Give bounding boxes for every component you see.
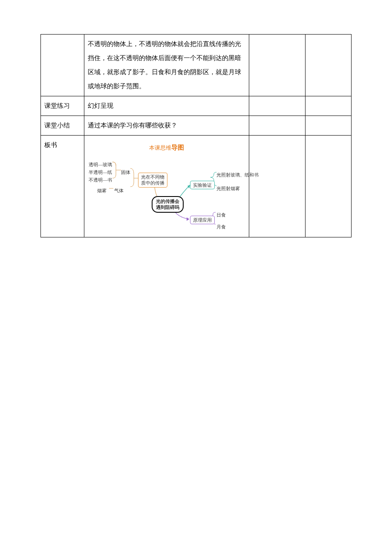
row-label: 板书 (44, 142, 57, 148)
right-top-box: 实验验证 (190, 181, 215, 189)
row-label-cell: 课堂练习 (41, 96, 84, 116)
right-bottom-item: 月食 (216, 222, 226, 232)
left-item-smoke: 烟雾 (97, 185, 107, 196)
right-top-item: 光照射玻璃、纸和书 (216, 170, 259, 180)
right-top-item: 光照射烟雾 (216, 183, 240, 194)
table-row: 板书 本课思维导图 (41, 136, 352, 237)
row-content-cell: 通过本课的学习你有哪些收获？ (84, 116, 249, 136)
empty-cell (249, 136, 306, 237)
table-row: 课堂小结 通过本课的学习你有哪些收获？ (41, 116, 352, 136)
empty-cell (306, 136, 352, 237)
mindmap-diagram: 本课思维导图 (88, 141, 245, 234)
row-content-cell: 幻灯呈现 (84, 96, 249, 116)
center-text: 光的传播会遇到阻碍吗 (156, 199, 179, 210)
left-group-gas: 气体 (114, 185, 124, 196)
row-label: 课堂练习 (44, 102, 70, 109)
table-row: 课堂练习 幻灯呈现 (41, 96, 352, 116)
row-content-cell: 不透明的物体上，不透明的物体就会把沿直线传播的光挡住，在这不透明的物体后面便有一… (84, 35, 249, 96)
document-page: 不透明的物体上，不透明的物体就会把沿直线传播的光挡住，在这不透明的物体后面便有一… (0, 0, 392, 254)
row-content: 不透明的物体上，不透明的物体就会把沿直线传播的光挡住，在这不透明的物体后面便有一… (88, 40, 241, 90)
empty-cell (306, 96, 352, 116)
mindmap-title: 本课思维导图 (88, 141, 245, 155)
empty-cell (249, 35, 306, 96)
right-bottom-item: 日食 (216, 210, 226, 220)
row-label: 课堂小结 (44, 122, 70, 129)
row-content: 通过本课的学习你有哪些收获？ (88, 122, 177, 129)
row-label-cell: 板书 (41, 136, 84, 237)
row-label-cell: 课堂小结 (41, 116, 84, 136)
title-prefix: 本课思维 (149, 145, 171, 151)
table-row: 不透明的物体上，不透明的物体就会把沿直线传播的光挡住，在这不透明的物体后面便有一… (41, 35, 352, 96)
center-node: 光的传播会遇到阻碍吗 (152, 196, 184, 213)
empty-cell (249, 116, 306, 136)
left-box-text: 光在不同物质中的传播 (141, 174, 164, 185)
left-group-solid: 固体 (121, 167, 130, 177)
empty-cell (306, 35, 352, 96)
empty-cell (306, 116, 352, 136)
mindmap-cell: 本课思维导图 (84, 136, 249, 237)
left-item: 不透明—书 (89, 175, 112, 185)
svg-marker-4 (187, 217, 189, 221)
row-content: 幻灯呈现 (88, 102, 113, 109)
empty-cell (249, 96, 306, 116)
title-bold: 导图 (171, 144, 184, 151)
row-label-cell (41, 35, 84, 96)
right-bottom-box: 原理应用 (190, 216, 215, 224)
lesson-plan-table: 不透明的物体上，不透明的物体就会把沿直线传播的光挡住，在这不透明的物体后面便有一… (40, 34, 352, 237)
left-box: 光在不同物质中的传播 (138, 173, 167, 188)
